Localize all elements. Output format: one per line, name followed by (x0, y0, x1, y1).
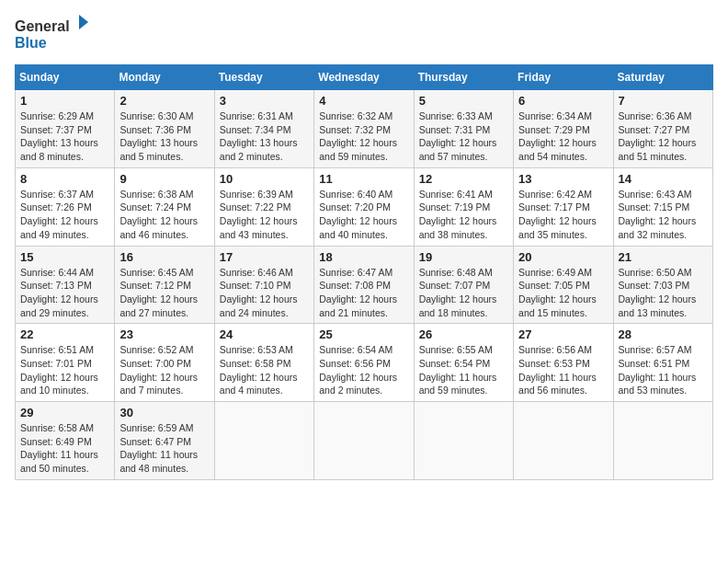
weekday-header-thursday: Thursday (414, 65, 513, 90)
day-info: Sunrise: 6:48 AM Sunset: 7:07 PM Dayligh… (419, 266, 508, 320)
calendar-cell (414, 402, 513, 480)
day-info: Sunrise: 6:53 AM Sunset: 6:58 PM Dayligh… (220, 343, 309, 397)
calendar-cell: 23Sunrise: 6:52 AM Sunset: 7:00 PM Dayli… (115, 324, 214, 402)
day-info: Sunrise: 6:43 AM Sunset: 7:15 PM Dayligh… (619, 188, 708, 242)
calendar-cell: 30Sunrise: 6:59 AM Sunset: 6:47 PM Dayli… (115, 402, 214, 480)
calendar-cell: 7Sunrise: 6:36 AM Sunset: 7:27 PM Daylig… (613, 90, 712, 168)
day-info: Sunrise: 6:52 AM Sunset: 7:00 PM Dayligh… (119, 343, 209, 397)
day-number: 2 (119, 94, 209, 108)
weekday-header-friday: Friday (514, 65, 613, 90)
day-number: 9 (119, 172, 209, 186)
day-number: 21 (619, 250, 708, 264)
day-number: 10 (220, 172, 309, 186)
calendar-cell: 11Sunrise: 6:40 AM Sunset: 7:20 PM Dayli… (314, 167, 414, 246)
calendar-cell: 13Sunrise: 6:42 AM Sunset: 7:17 PM Dayli… (514, 167, 613, 246)
day-info: Sunrise: 6:45 AM Sunset: 7:12 PM Dayligh… (119, 266, 209, 320)
calendar-cell: 21Sunrise: 6:50 AM Sunset: 7:03 PM Dayli… (613, 246, 712, 324)
page-header: GeneralBlue (15, 15, 713, 53)
svg-text:General: General (15, 18, 70, 34)
calendar-week-row: 22Sunrise: 6:51 AM Sunset: 7:01 PM Dayli… (16, 324, 713, 402)
day-info: Sunrise: 6:49 AM Sunset: 7:05 PM Dayligh… (518, 266, 608, 320)
day-number: 14 (619, 172, 708, 186)
logo-svg: GeneralBlue (15, 15, 88, 53)
day-number: 22 (20, 327, 109, 341)
day-number: 13 (518, 172, 608, 186)
calendar-cell: 4Sunrise: 6:32 AM Sunset: 7:32 PM Daylig… (314, 90, 414, 168)
svg-text:Blue: Blue (15, 35, 47, 51)
day-info: Sunrise: 6:56 AM Sunset: 6:53 PM Dayligh… (518, 343, 608, 397)
calendar-cell: 1Sunrise: 6:29 AM Sunset: 7:37 PM Daylig… (16, 90, 115, 168)
day-info: Sunrise: 6:41 AM Sunset: 7:19 PM Dayligh… (419, 188, 508, 242)
day-info: Sunrise: 6:30 AM Sunset: 7:36 PM Dayligh… (119, 109, 209, 164)
day-number: 15 (20, 250, 109, 264)
calendar-cell: 2Sunrise: 6:30 AM Sunset: 7:36 PM Daylig… (115, 90, 214, 168)
day-info: Sunrise: 6:38 AM Sunset: 7:24 PM Dayligh… (119, 188, 209, 242)
calendar-cell: 29Sunrise: 6:58 AM Sunset: 6:49 PM Dayli… (16, 402, 115, 480)
calendar-cell: 17Sunrise: 6:46 AM Sunset: 7:10 PM Dayli… (214, 246, 313, 324)
day-number: 24 (220, 327, 309, 341)
day-number: 25 (319, 327, 408, 341)
calendar-table: SundayMondayTuesdayWednesdayThursdayFrid… (15, 64, 713, 480)
day-number: 7 (619, 94, 708, 108)
calendar-cell: 12Sunrise: 6:41 AM Sunset: 7:19 PM Dayli… (414, 167, 513, 246)
day-info: Sunrise: 6:36 AM Sunset: 7:27 PM Dayligh… (619, 109, 708, 164)
calendar-cell: 24Sunrise: 6:53 AM Sunset: 6:58 PM Dayli… (214, 324, 313, 402)
calendar-week-row: 8Sunrise: 6:37 AM Sunset: 7:26 PM Daylig… (16, 167, 713, 246)
calendar-week-row: 1Sunrise: 6:29 AM Sunset: 7:37 PM Daylig… (16, 90, 713, 168)
day-number: 30 (119, 406, 209, 419)
day-number: 3 (220, 94, 309, 108)
day-info: Sunrise: 6:31 AM Sunset: 7:34 PM Dayligh… (220, 109, 309, 164)
weekday-header-saturday: Saturday (613, 65, 712, 90)
day-info: Sunrise: 6:34 AM Sunset: 7:29 PM Dayligh… (518, 109, 608, 164)
calendar-cell: 19Sunrise: 6:48 AM Sunset: 7:07 PM Dayli… (414, 246, 513, 324)
calendar-cell: 15Sunrise: 6:44 AM Sunset: 7:13 PM Dayli… (16, 246, 115, 324)
calendar-cell (613, 402, 712, 480)
calendar-week-row: 29Sunrise: 6:58 AM Sunset: 6:49 PM Dayli… (16, 402, 713, 480)
day-info: Sunrise: 6:39 AM Sunset: 7:22 PM Dayligh… (220, 188, 309, 242)
day-number: 16 (119, 250, 209, 264)
calendar-cell: 8Sunrise: 6:37 AM Sunset: 7:26 PM Daylig… (16, 167, 115, 246)
day-info: Sunrise: 6:32 AM Sunset: 7:32 PM Dayligh… (319, 109, 408, 164)
weekday-header-wednesday: Wednesday (314, 65, 414, 90)
day-info: Sunrise: 6:59 AM Sunset: 6:47 PM Dayligh… (119, 421, 209, 476)
day-info: Sunrise: 6:58 AM Sunset: 6:49 PM Dayligh… (20, 421, 109, 476)
day-number: 5 (419, 94, 508, 108)
calendar-cell: 28Sunrise: 6:57 AM Sunset: 6:51 PM Dayli… (613, 324, 712, 402)
day-number: 29 (20, 406, 109, 419)
calendar-cell: 18Sunrise: 6:47 AM Sunset: 7:08 PM Dayli… (314, 246, 414, 324)
day-number: 27 (518, 327, 608, 341)
calendar-cell: 26Sunrise: 6:55 AM Sunset: 6:54 PM Dayli… (414, 324, 513, 402)
calendar-cell: 22Sunrise: 6:51 AM Sunset: 7:01 PM Dayli… (16, 324, 115, 402)
day-number: 19 (419, 250, 508, 264)
weekday-header-row: SundayMondayTuesdayWednesdayThursdayFrid… (16, 65, 713, 90)
weekday-header-tuesday: Tuesday (214, 65, 313, 90)
weekday-header-sunday: Sunday (16, 65, 115, 90)
day-number: 28 (619, 327, 708, 341)
calendar-cell (514, 402, 613, 480)
day-number: 23 (119, 327, 209, 341)
day-info: Sunrise: 6:55 AM Sunset: 6:54 PM Dayligh… (419, 343, 508, 397)
day-info: Sunrise: 6:29 AM Sunset: 7:37 PM Dayligh… (20, 109, 109, 164)
calendar-cell: 9Sunrise: 6:38 AM Sunset: 7:24 PM Daylig… (115, 167, 214, 246)
day-number: 1 (20, 94, 109, 108)
day-number: 26 (419, 327, 508, 341)
calendar-cell: 6Sunrise: 6:34 AM Sunset: 7:29 PM Daylig… (514, 90, 613, 168)
day-number: 20 (518, 250, 608, 264)
day-info: Sunrise: 6:33 AM Sunset: 7:31 PM Dayligh… (419, 109, 508, 164)
calendar-cell (214, 402, 313, 480)
day-info: Sunrise: 6:54 AM Sunset: 6:56 PM Dayligh… (319, 343, 408, 397)
day-info: Sunrise: 6:46 AM Sunset: 7:10 PM Dayligh… (220, 266, 309, 320)
calendar-cell: 16Sunrise: 6:45 AM Sunset: 7:12 PM Dayli… (115, 246, 214, 324)
day-info: Sunrise: 6:47 AM Sunset: 7:08 PM Dayligh… (319, 266, 408, 320)
day-number: 6 (518, 94, 608, 108)
calendar-cell: 14Sunrise: 6:43 AM Sunset: 7:15 PM Dayli… (613, 167, 712, 246)
calendar-cell (314, 402, 414, 480)
weekday-header-monday: Monday (115, 65, 214, 90)
day-info: Sunrise: 6:44 AM Sunset: 7:13 PM Dayligh… (20, 266, 109, 320)
logo: GeneralBlue (15, 15, 88, 53)
day-info: Sunrise: 6:40 AM Sunset: 7:20 PM Dayligh… (319, 188, 408, 242)
day-info: Sunrise: 6:57 AM Sunset: 6:51 PM Dayligh… (619, 343, 708, 397)
calendar-cell: 10Sunrise: 6:39 AM Sunset: 7:22 PM Dayli… (214, 167, 313, 246)
calendar-cell: 3Sunrise: 6:31 AM Sunset: 7:34 PM Daylig… (214, 90, 313, 168)
day-info: Sunrise: 6:37 AM Sunset: 7:26 PM Dayligh… (20, 188, 109, 242)
